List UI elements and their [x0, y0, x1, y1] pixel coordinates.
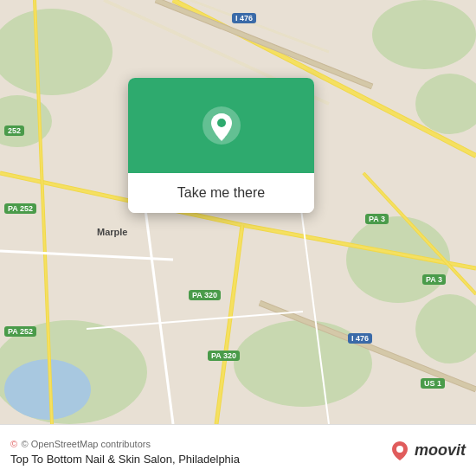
- road-label-pa3: PA 3: [365, 209, 389, 225]
- road-label-252: 252: [4, 121, 24, 137]
- map-container: I 476 252 PA 252 PA 252 PA 3 PA 3 PA 320…: [0, 0, 476, 424]
- svg-point-9: [4, 359, 91, 420]
- place-label-marple: Marple: [97, 227, 127, 237]
- svg-point-3: [372, 0, 476, 69]
- road-label-pa320-bot: PA 320: [208, 346, 240, 362]
- location-pin-icon: [201, 105, 242, 146]
- road-label-i476-bot: I 476: [348, 329, 372, 344]
- take-me-there-button[interactable]: Take me there: [128, 173, 314, 213]
- popup-green-area: [128, 78, 314, 173]
- copyright-text: © OpenStreetMap contributors: [22, 439, 151, 449]
- moovit-logo: moovit: [389, 440, 466, 462]
- svg-point-34: [217, 119, 226, 127]
- road-label-pa252-bot: PA 252: [4, 322, 36, 338]
- popup-card: Take me there: [128, 78, 314, 213]
- copyright: © © OpenStreetMap contributors: [10, 435, 380, 451]
- moovit-pin-icon: [389, 440, 411, 462]
- svg-point-35: [396, 446, 403, 453]
- road-label-pa3-2: PA 3: [422, 270, 446, 286]
- moovit-text: moovit: [415, 441, 466, 460]
- road-label-us1: US 1: [421, 374, 445, 389]
- bottom-bar: © © OpenStreetMap contributors Top To Bo…: [0, 424, 476, 476]
- road-label-i476-top: I 476: [232, 9, 256, 24]
- road-label-pa252-mid: PA 252: [4, 199, 36, 215]
- location-title: Top To Bottom Nail & Skin Salon, Philade…: [10, 453, 380, 466]
- copyright-circle: ©: [10, 439, 17, 449]
- road-label-pa320: PA 320: [189, 286, 221, 301]
